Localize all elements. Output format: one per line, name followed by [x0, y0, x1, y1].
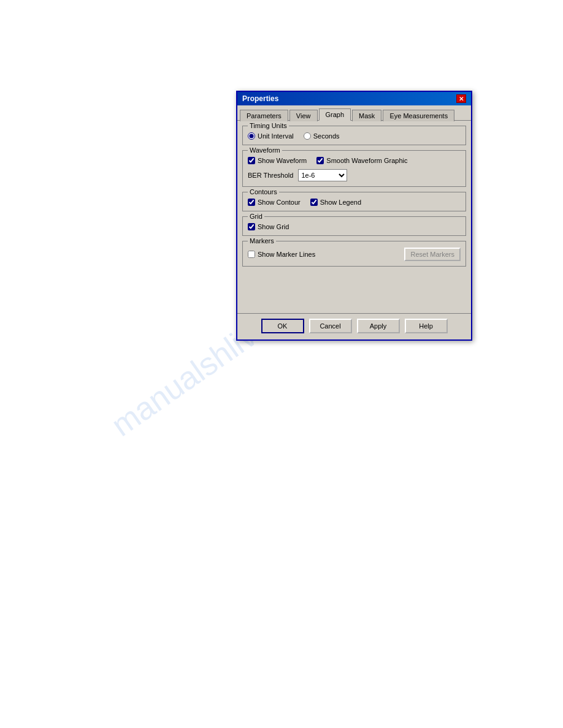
- contours-checkbox-row: Show Contour Show Legend: [248, 199, 461, 206]
- show-waveform-option[interactable]: Show Waveform: [248, 157, 307, 164]
- button-row: OK Cancel Apply Help: [237, 313, 471, 339]
- show-contour-checkbox[interactable]: [248, 199, 255, 206]
- show-grid-option[interactable]: Show Grid: [248, 223, 289, 230]
- tab-graph[interactable]: Graph: [319, 108, 351, 121]
- show-legend-checkbox[interactable]: [310, 199, 318, 206]
- smooth-waveform-label: Smooth Waveform Graphic: [326, 157, 407, 164]
- timing-units-radio-row: Unit Interval Seconds: [248, 132, 461, 140]
- waveform-checkbox-row: Show Waveform Smooth Waveform Graphic: [248, 157, 461, 164]
- waveform-group: Waveform Show Waveform Smooth Waveform G…: [242, 150, 466, 187]
- unit-interval-option[interactable]: Unit Interval: [248, 132, 294, 140]
- smooth-waveform-checkbox[interactable]: [316, 157, 324, 164]
- seconds-label: Seconds: [313, 132, 340, 140]
- properties-dialog: Properties ✕ Parameters View Graph Mask …: [236, 91, 472, 341]
- spacer: [242, 271, 466, 308]
- show-marker-lines-checkbox[interactable]: [248, 251, 255, 258]
- show-waveform-label: Show Waveform: [258, 157, 307, 164]
- markers-checkbox-row: Show Marker Lines Reset Markers: [248, 248, 461, 261]
- seconds-option[interactable]: Seconds: [304, 132, 340, 140]
- tab-mask[interactable]: Mask: [352, 110, 381, 121]
- show-grid-label: Show Grid: [258, 223, 289, 230]
- smooth-waveform-option[interactable]: Smooth Waveform Graphic: [316, 157, 407, 164]
- show-contour-label: Show Contour: [258, 199, 301, 206]
- show-marker-lines-label: Show Marker Lines: [258, 251, 315, 258]
- show-legend-option[interactable]: Show Legend: [310, 199, 361, 206]
- show-grid-checkbox[interactable]: [248, 223, 255, 230]
- show-contour-option[interactable]: Show Contour: [248, 199, 301, 206]
- contours-group: Contours Show Contour Show Legend: [242, 192, 466, 211]
- contours-label: Contours: [248, 188, 279, 195]
- tab-view[interactable]: View: [289, 110, 318, 121]
- timing-units-label: Timing Units: [248, 122, 289, 129]
- close-button[interactable]: ✕: [456, 94, 466, 103]
- show-marker-lines-option[interactable]: Show Marker Lines: [248, 251, 315, 258]
- markers-group: Markers Show Marker Lines Reset Markers: [242, 241, 466, 267]
- title-bar: Properties ✕: [237, 92, 471, 105]
- ber-row: BER Threshold 1e-6 1e-9 1e-12: [248, 169, 461, 181]
- cancel-button[interactable]: Cancel: [309, 319, 352, 333]
- markers-label: Markers: [248, 237, 276, 245]
- tab-eye-measurements[interactable]: Eye Measurements: [383, 110, 454, 121]
- apply-button[interactable]: Apply: [357, 319, 400, 333]
- show-legend-label: Show Legend: [320, 199, 361, 206]
- seconds-radio[interactable]: [304, 132, 311, 140]
- ber-threshold-label: BER Threshold: [248, 172, 293, 179]
- unit-interval-radio[interactable]: [248, 132, 255, 140]
- grid-group: Grid Show Grid: [242, 216, 466, 236]
- dialog-content: Timing Units Unit Interval Seconds Wavef…: [237, 121, 471, 313]
- timing-units-group: Timing Units Unit Interval Seconds: [242, 126, 466, 145]
- unit-interval-label: Unit Interval: [258, 132, 294, 140]
- dialog-title: Properties: [242, 94, 278, 103]
- ber-threshold-select[interactable]: 1e-6 1e-9 1e-12: [298, 169, 347, 181]
- waveform-label: Waveform: [248, 146, 282, 154]
- grid-label: Grid: [248, 213, 264, 220]
- reset-markers-button[interactable]: Reset Markers: [404, 248, 461, 261]
- show-waveform-checkbox[interactable]: [248, 157, 255, 164]
- tabs-row: Parameters View Graph Mask Eye Measureme…: [237, 105, 471, 121]
- help-button[interactable]: Help: [405, 319, 448, 333]
- grid-checkbox-row: Show Grid: [248, 223, 461, 230]
- tab-parameters[interactable]: Parameters: [240, 110, 288, 121]
- ok-button[interactable]: OK: [261, 319, 304, 333]
